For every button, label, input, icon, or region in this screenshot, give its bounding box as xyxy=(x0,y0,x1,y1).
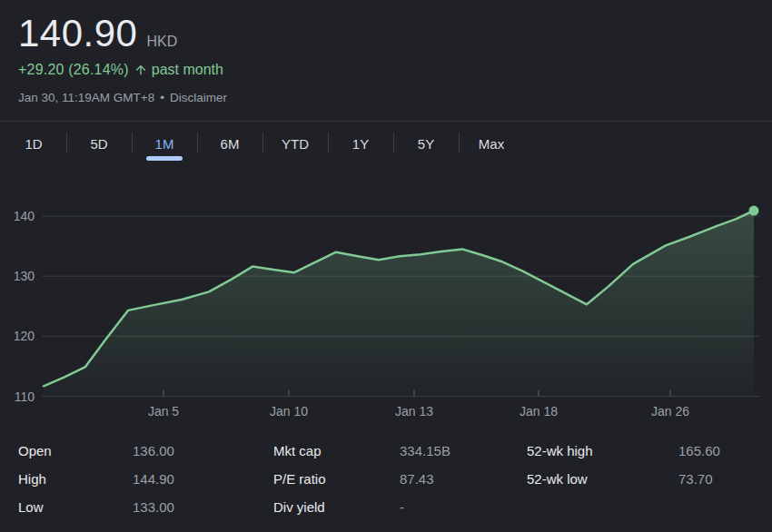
tab-label: YTD xyxy=(282,136,309,152)
stat-p-e-ratio-label: P/E ratio xyxy=(273,465,400,493)
y-axis-label: 130 xyxy=(14,269,35,283)
stat-row-low: Low133.00 xyxy=(18,493,273,521)
price-row: 140.90 HKD xyxy=(18,13,754,54)
stat-row-52-wk-low: 52-wk low73.70 xyxy=(527,465,754,493)
tab-ytd[interactable]: YTD xyxy=(262,122,328,163)
stock-price: 140.90 xyxy=(18,13,137,54)
time-range-tabs: 1D5D1M6MYTD1Y5YMax xyxy=(0,121,772,163)
stat-52-wk-low-label: 52-wk low xyxy=(527,465,678,493)
stat-52-wk-high-label: 52-wk high xyxy=(527,437,678,465)
stat-low-value: 133.00 xyxy=(133,493,273,521)
last-price-marker xyxy=(749,206,759,216)
stat-row-open: Open136.00 xyxy=(18,437,273,465)
tab-6m[interactable]: 6M xyxy=(197,122,262,163)
up-arrow-icon xyxy=(134,63,148,77)
tab-label: 5D xyxy=(90,136,107,152)
tab-label: 1M xyxy=(155,136,174,152)
quote-timestamp: Jan 30, 11:19AM GMT+8 xyxy=(18,91,154,105)
stat-52-wk-low-value: 73.70 xyxy=(678,465,754,493)
stats-column: 52-wk high165.6052-wk low73.70 xyxy=(527,437,754,521)
stat-open-value: 136.00 xyxy=(133,437,273,465)
separator-dot: • xyxy=(160,91,164,105)
stat-high-value: 144.90 xyxy=(133,465,273,493)
price-change: +29.20 (26.14%) xyxy=(18,62,129,78)
tab-label: 1Y xyxy=(352,136,369,152)
quote-meta-row: Jan 30, 11:19AM GMT+8 • Disclaimer xyxy=(18,91,754,105)
tab-label: Max xyxy=(479,136,504,152)
stat-row-mkt-cap: Mkt cap334.15B xyxy=(273,437,527,465)
tab-label: 6M xyxy=(221,136,240,152)
x-axis-label: Jan 5 xyxy=(148,404,179,419)
stat-p-e-ratio-value: 87.43 xyxy=(400,465,527,493)
x-axis-label: Jan 10 xyxy=(270,404,308,419)
stat-52-wk-high-value: 165.60 xyxy=(678,437,754,465)
stat-row-52-wk-high: 52-wk high165.60 xyxy=(527,437,754,465)
x-axis-label: Jan 13 xyxy=(395,404,433,419)
stat-low-label: Low xyxy=(18,493,133,521)
disclaimer-link[interactable]: Disclaimer xyxy=(170,91,227,105)
tab-1y[interactable]: 1Y xyxy=(328,122,393,163)
y-axis-label: 120 xyxy=(14,329,35,343)
stat-row-high: High144.90 xyxy=(18,465,273,493)
change-period: past month xyxy=(152,62,223,78)
tab-5d[interactable]: 5D xyxy=(66,122,132,163)
active-tab-underline xyxy=(146,156,183,161)
key-stats-table: Open136.00High144.90Low133.00Mkt cap334.… xyxy=(18,437,772,521)
y-axis-label: 140 xyxy=(14,209,35,223)
tab-1d[interactable]: 1D xyxy=(1,122,66,163)
tab-5y[interactable]: 5Y xyxy=(393,122,459,163)
currency-label: HKD xyxy=(146,34,177,50)
stat-high-label: High xyxy=(18,465,133,493)
quote-header: 140.90 HKD +29.20 (26.14%) past month Ja… xyxy=(18,13,754,105)
tab-1m[interactable]: 1M xyxy=(132,122,197,163)
stat-div-yield-label: Div yield xyxy=(273,493,400,521)
stat-row-div-yield: Div yield- xyxy=(273,493,527,521)
price-chart[interactable]: 140130120110Jan 5Jan 10Jan 13Jan 18Jan 2… xyxy=(0,182,772,427)
price-area-fill xyxy=(44,211,754,397)
tab-max[interactable]: Max xyxy=(459,122,524,163)
stats-column: Open136.00High144.90Low133.00 xyxy=(18,437,273,521)
stats-column: Mkt cap334.15BP/E ratio87.43Div yield- xyxy=(273,437,527,521)
stat-div-yield-value: - xyxy=(400,493,527,521)
tab-label: 1D xyxy=(25,136,42,152)
stat-mkt-cap-label: Mkt cap xyxy=(273,437,400,465)
stat-open-label: Open xyxy=(18,437,133,465)
y-axis-label: 110 xyxy=(15,389,35,404)
x-axis-label: Jan 26 xyxy=(651,404,689,419)
stat-row-p-e-ratio: P/E ratio87.43 xyxy=(273,465,527,493)
x-axis-label: Jan 18 xyxy=(520,404,558,419)
price-change-row: +29.20 (26.14%) past month xyxy=(18,62,754,78)
stat-mkt-cap-value: 334.15B xyxy=(400,437,527,465)
tab-label: 5Y xyxy=(418,136,434,152)
